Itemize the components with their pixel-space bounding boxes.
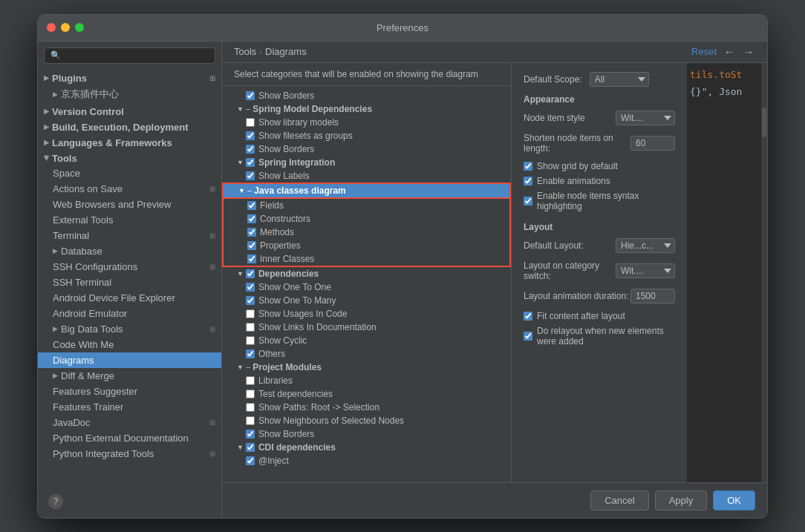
fit-content-checkbox[interactable] xyxy=(524,312,532,321)
default-scope-select[interactable]: All xyxy=(590,72,649,87)
do-relayout-checkbox[interactable] xyxy=(524,332,532,341)
checkbox-show-filesets[interactable] xyxy=(246,131,255,140)
sidebar-item-javadoc[interactable]: JavaDoc ⊞ xyxy=(38,415,221,430)
tree-row-test-dependencies[interactable]: Test dependencies xyxy=(222,387,511,401)
tree-row-fields[interactable]: Fields xyxy=(224,199,509,212)
minimize-button[interactable] xyxy=(61,23,70,32)
checkbox-libraries[interactable] xyxy=(246,376,255,385)
ok-button[interactable]: OK xyxy=(713,490,755,510)
sidebar-item-database[interactable]: ▶ Database xyxy=(38,243,221,259)
tree-row-spring-integration[interactable]: ▼ Spring Integration xyxy=(222,156,511,169)
sidebar-item-python-integrated[interactable]: Python Integrated Tools ⊞ xyxy=(38,446,221,462)
sidebar-item-space[interactable]: Space xyxy=(38,165,221,181)
tree-row-at-inject[interactable]: @Inject xyxy=(222,454,511,467)
tree-row-libraries[interactable]: Libraries xyxy=(222,374,511,387)
layout-on-switch-select[interactable]: Wit.... xyxy=(616,263,675,278)
nav-forward-button[interactable]: → xyxy=(742,46,755,58)
tree-row-java-classes[interactable]: ▼ − Java classes diagram xyxy=(222,183,511,199)
sidebar-item-version-control[interactable]: ▶ Version Control xyxy=(38,103,221,119)
scrollbar-thumb[interactable] xyxy=(762,108,766,137)
tree-row-show-neighbours[interactable]: Show Neighbours of Selected Nodes xyxy=(222,414,511,427)
search-box[interactable]: 🔍 xyxy=(44,47,215,64)
reset-button[interactable]: Reset xyxy=(691,46,717,57)
checkbox-show-one-to-many[interactable] xyxy=(246,296,255,305)
tree-row-show-one-to-one[interactable]: Show One To One xyxy=(222,280,511,294)
checkbox-show-labels[interactable] xyxy=(246,171,255,180)
checkbox-fields[interactable] xyxy=(247,201,256,210)
sidebar-item-features-suggester[interactable]: Features Suggester xyxy=(38,384,221,399)
tree-row-inner-classes[interactable]: Inner Classes xyxy=(224,252,509,266)
tree-row-show-cyclic[interactable]: Show Cyclic xyxy=(222,334,511,347)
checkbox-at-inject[interactable] xyxy=(246,456,255,465)
tree-row-methods[interactable]: Methods xyxy=(224,226,509,239)
sidebar-item-plugins[interactable]: ▶ Plugins ⊞ xyxy=(38,70,221,85)
sidebar-item-external-tools[interactable]: External Tools xyxy=(38,212,221,228)
sidebar-item-python-ext-doc[interactable]: Python External Documentation xyxy=(38,430,221,446)
checkbox-constructors[interactable] xyxy=(247,214,256,223)
maximize-button[interactable] xyxy=(75,23,84,32)
default-layout-select[interactable]: Hie...c... xyxy=(616,238,675,253)
tree-row-show-borders-2[interactable]: Show Borders xyxy=(222,142,511,156)
checkbox-show-usages-code[interactable] xyxy=(246,309,255,318)
tree-row-others[interactable]: Others xyxy=(222,347,511,361)
tree-row-show-links-doc[interactable]: Show Links In Documentation xyxy=(222,321,511,334)
checkbox-show-borders-1[interactable] xyxy=(246,91,255,100)
sidebar-item-code-with-me[interactable]: Code With Me xyxy=(38,337,221,352)
checkbox-dependencies[interactable] xyxy=(246,269,255,278)
checkbox-show-borders-2[interactable] xyxy=(246,145,255,154)
checkbox-cdi-dependencies[interactable] xyxy=(246,443,255,452)
tree-row-show-paths[interactable]: Show Paths: Root -> Selection xyxy=(222,401,511,414)
sidebar-item-languages[interactable]: ▶ Languages & Frameworks xyxy=(38,134,221,150)
checkbox-methods[interactable] xyxy=(247,228,256,237)
checkbox-inner-classes[interactable] xyxy=(247,254,256,263)
sidebar-item-jd-plugin[interactable]: ▶ 京东插件中心 xyxy=(38,85,221,103)
sidebar-item-features-trainer[interactable]: Features Trainer xyxy=(38,399,221,415)
breadcrumb-tools[interactable]: Tools xyxy=(234,46,256,57)
tree-row-show-usages-code[interactable]: Show Usages In Code xyxy=(222,307,511,321)
sidebar-item-actions-on-save[interactable]: Actions on Save ⊞ xyxy=(38,181,221,197)
sidebar-item-ssh-terminal[interactable]: SSH Terminal xyxy=(38,275,221,290)
sidebar-item-android-emulator[interactable]: Android Emulator xyxy=(38,306,221,321)
breadcrumb-diagrams[interactable]: Diagrams xyxy=(265,46,307,57)
help-button[interactable]: ? xyxy=(48,494,63,509)
checkbox-properties[interactable] xyxy=(247,241,256,250)
layout-animation-duration-input[interactable] xyxy=(630,289,675,303)
checkbox-show-borders-3[interactable] xyxy=(246,430,255,439)
tree-row-spring-model[interactable]: ▼ − Spring Model Dependencies xyxy=(222,102,511,116)
search-input[interactable] xyxy=(64,50,209,61)
enable-syntax-highlighting-checkbox[interactable] xyxy=(524,197,532,206)
sidebar-item-terminal[interactable]: Terminal ⊞ xyxy=(38,228,221,243)
sidebar-item-diagrams[interactable]: Diagrams xyxy=(38,352,221,368)
tree-row-dependencies[interactable]: ▼ Dependencies xyxy=(222,267,511,280)
sidebar-item-tools[interactable]: ▶ Tools xyxy=(38,150,221,165)
checkbox-show-neighbours[interactable] xyxy=(246,416,255,425)
tree-row-show-labels[interactable]: Show Labels xyxy=(222,169,511,183)
sidebar-item-diff-merge[interactable]: ▶ Diff & Merge xyxy=(38,368,221,384)
tree-row-constructors[interactable]: Constructors xyxy=(224,212,509,226)
sidebar-item-android-device[interactable]: Android Device File Explorer xyxy=(38,290,221,306)
checkbox-show-paths[interactable] xyxy=(246,403,255,412)
checkbox-show-links-doc[interactable] xyxy=(246,323,255,332)
tree-row-show-one-to-many[interactable]: Show One To Many xyxy=(222,294,511,307)
nav-back-button[interactable]: ← xyxy=(723,46,736,58)
sidebar-item-ssh-configurations[interactable]: SSH Configurations ⊞ xyxy=(38,259,221,275)
close-button[interactable] xyxy=(47,23,56,32)
apply-button[interactable]: Apply xyxy=(655,490,708,510)
node-item-style-select[interactable]: Wit.... xyxy=(616,111,675,125)
checkbox-show-cyclic[interactable] xyxy=(246,336,255,345)
tree-row-project-modules[interactable]: ▼ − Project Modules xyxy=(222,361,511,374)
sidebar-item-build-execution[interactable]: ▶ Build, Execution, Deployment xyxy=(38,119,221,134)
enable-animations-checkbox[interactable] xyxy=(524,177,532,185)
checkbox-show-library-models[interactable] xyxy=(246,118,255,127)
sidebar-item-big-data-tools[interactable]: ▶ Big Data Tools ⊞ xyxy=(38,321,221,337)
shorten-node-items-input[interactable] xyxy=(630,136,675,151)
tree-row-cdi-dependencies[interactable]: ▼ CDI dependencies xyxy=(222,441,511,454)
checkbox-spring-integration[interactable] xyxy=(246,158,255,167)
scrollbar[interactable] xyxy=(761,63,767,482)
checkbox-show-one-to-one[interactable] xyxy=(246,283,255,292)
tree-row-show-filesets[interactable]: Show filesets as groups xyxy=(222,129,511,142)
checkbox-others[interactable] xyxy=(246,349,255,358)
cancel-button[interactable]: Cancel xyxy=(590,490,648,510)
checkbox-test-dependencies[interactable] xyxy=(246,390,255,398)
sidebar-item-web-browsers[interactable]: Web Browsers and Preview xyxy=(38,197,221,212)
